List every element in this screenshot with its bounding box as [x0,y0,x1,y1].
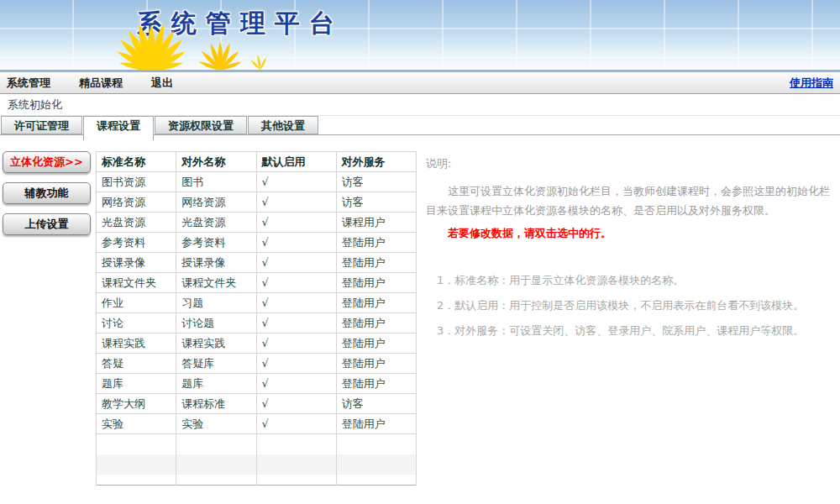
default-enabled-cell: √ [256,213,336,233]
standard-name-cell: 网络资源 [97,192,176,213]
menu-bar: 系统管理精品课程退出 使用指南 [0,72,840,94]
table-row[interactable]: 授课录像授课录像√登陆用户 [97,253,417,273]
column-header: 默认启用 [256,152,336,172]
empty-cell [176,454,256,475]
default-enabled-cell: √ [256,374,336,394]
external-name-cell: 课程文件夹 [176,273,256,293]
table-row[interactable]: 实验实验√登陆用户 [97,414,417,434]
external-name-cell: 答疑库 [176,354,256,374]
column-header: 对外名称 [176,152,256,172]
external-name-cell: 网络资源 [176,192,256,213]
standard-name-cell: 参考资料 [97,233,176,253]
table-row-empty [97,454,417,475]
info-panel: 说明: 这里可设置立体化资源初始化栏目，当教师创建课程时，会参照这里的初始化栏目… [426,151,836,349]
empty-cell [97,434,176,454]
standard-name-cell: 作业 [97,293,176,313]
external-service-cell: 登陆用户 [336,233,416,253]
breadcrumb: 系统初始化 [0,94,840,116]
table-row[interactable]: 图书资源图书√访客 [97,172,417,192]
sidebar-button-stereo-resources[interactable]: 立体化资源>> [3,151,91,173]
empty-cell [176,434,256,454]
external-service-cell: 登陆用户 [336,374,416,394]
external-service-cell: 课程用户 [336,213,416,233]
default-enabled-cell: √ [256,394,336,414]
sidebar-button-teaching-aids[interactable]: 辅教功能 [3,182,91,204]
menu-item-system-management[interactable]: 系统管理 [7,76,50,91]
info-list: 1．标准名称：用于显示立体化资源各模块的名称。2．默认启用：用于控制是否启用该模… [426,273,836,339]
empty-cell [256,434,336,454]
external-service-cell: 访客 [336,394,416,414]
external-name-cell: 授课录像 [176,253,256,273]
default-enabled-cell: √ [256,172,336,192]
info-paragraph: 这里可设置立体化资源初始化栏目，当教师创建课程时，会参照这里的初始化栏目来设置课… [426,181,836,221]
menu-item-logout[interactable]: 退出 [151,76,173,91]
table-row[interactable]: 参考资料参考资料√登陆用户 [97,233,417,253]
empty-cell [336,434,416,454]
external-name-cell: 讨论题 [176,313,256,333]
table-body: 图书资源图书√访客网络资源网络资源√访客光盘资源光盘资源√课程用户参考资料参考资… [97,172,417,486]
standard-name-cell: 课程实践 [97,333,176,354]
external-service-cell: 登陆用户 [336,414,416,434]
banner: 系统管理平台 [0,0,840,72]
sunflower-image [77,18,279,71]
empty-cell [336,475,416,486]
info-item-2: 2．默认启用：用于控制是否启用该模块，不启用表示在前台看不到该模块。 [426,298,836,313]
empty-cell [97,475,176,486]
default-enabled-cell: √ [256,414,336,434]
external-service-cell: 登陆用户 [336,273,416,293]
default-enabled-cell: √ [256,293,336,313]
external-name-cell: 题库 [176,374,256,394]
sidebar-button-upload-settings[interactable]: 上传设置 [3,213,91,235]
default-enabled-cell: √ [256,313,336,333]
external-service-cell: 登陆用户 [336,293,416,313]
column-header: 标准名称 [97,152,176,172]
default-enabled-cell: √ [256,333,336,354]
content-area: 立体化资源>>辅教功能上传设置 标准名称对外名称默认启用对外服务 图书资源图书√… [0,136,840,486]
standard-name-cell: 授课录像 [97,253,176,273]
external-service-cell: 登陆用户 [336,333,416,354]
external-name-cell: 图书 [176,172,256,192]
external-service-cell: 访客 [336,172,416,192]
table-row[interactable]: 光盘资源光盘资源√课程用户 [97,213,417,233]
resource-settings-table: 标准名称对外名称默认启用对外服务 图书资源图书√访客网络资源网络资源√访客光盘资… [96,151,417,486]
external-name-cell: 参考资料 [176,233,256,253]
sidebar: 立体化资源>>辅教功能上传设置 [2,151,96,244]
tab-resource-permission-settings[interactable]: 资源权限设置 [155,116,247,134]
standard-name-cell: 题库 [97,374,176,394]
external-name-cell: 课程实践 [176,333,256,354]
tab-other-settings[interactable]: 其他设置 [248,116,318,134]
table-row[interactable]: 课程实践课程实践√登陆用户 [97,333,417,354]
external-service-cell: 登陆用户 [336,354,416,374]
menu-item-featured-courses[interactable]: 精品课程 [79,76,123,91]
user-guide-link[interactable]: 使用指南 [790,76,833,91]
external-service-cell: 登陆用户 [336,313,416,333]
table-header: 标准名称对外名称默认启用对外服务 [97,152,417,172]
table-row[interactable]: 答疑答疑库√登陆用户 [97,354,417,374]
tab-bar: 许可证管理课程设置资源权限设置其他设置 [0,116,840,136]
standard-name-cell: 答疑 [97,354,176,374]
table-row[interactable]: 作业习题√登陆用户 [97,293,417,313]
empty-cell [256,454,336,475]
column-header: 对外服务 [336,152,416,172]
table-row[interactable]: 课程文件夹课程文件夹√登陆用户 [97,273,417,293]
tab-course-settings[interactable]: 课程设置 [83,116,154,140]
external-name-cell: 光盘资源 [176,213,256,233]
menu-items: 系统管理精品课程退出 [7,76,202,91]
info-item-3: 3．对外服务：可设置关闭、访客、登录用户、院系用户、课程用户等权限。 [426,323,836,339]
table-row[interactable]: 网络资源网络资源√访客 [97,192,417,213]
standard-name-cell: 讨论 [97,313,176,333]
default-enabled-cell: √ [256,192,336,213]
tab-license-management[interactable]: 许可证管理 [1,116,82,134]
standard-name-cell: 教学大纲 [97,394,176,414]
default-enabled-cell: √ [256,233,336,253]
empty-cell [336,454,416,475]
info-item-1: 1．标准名称：用于显示立体化资源各模块的名称。 [426,273,836,288]
table-row[interactable]: 题库题库√登陆用户 [97,374,417,394]
info-heading: 说明: [426,156,836,171]
empty-cell [176,475,256,486]
table-row[interactable]: 教学大纲课程标准√访客 [97,394,417,414]
default-enabled-cell: √ [256,253,336,273]
empty-cell [97,454,176,475]
default-enabled-cell: √ [256,354,336,374]
table-row[interactable]: 讨论讨论题√登陆用户 [97,313,417,333]
